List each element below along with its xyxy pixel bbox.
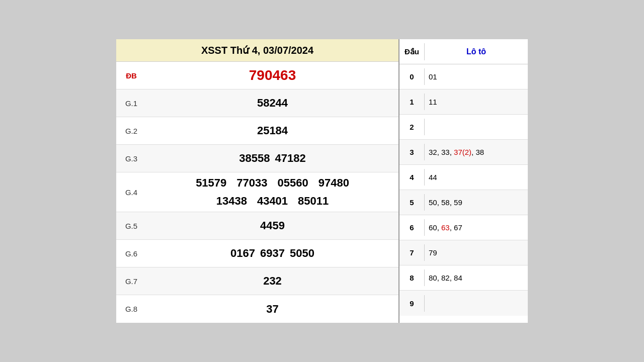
prize-label-g1: G.1 (116, 95, 146, 112)
loto-nums-1: 11 (425, 94, 528, 110)
prize-values-g6: 016769375050 (146, 243, 398, 264)
loto-dau-9: 9 (399, 295, 425, 312)
prize-value-g4-2: 05560 (278, 176, 308, 190)
prize-value-g7-0: 232 (263, 275, 282, 288)
prize-row-db: ĐB790463 (116, 62, 398, 89)
prize-values-g3: 3855847182 (146, 148, 398, 169)
prize-value-g6-1: 6937 (260, 247, 285, 260)
prize-value-g4-0: 51579 (196, 176, 226, 190)
loto-dau-1: 1 (399, 94, 425, 110)
prize-value-g4-3: 97480 (318, 176, 349, 190)
prize-value-g3-1: 47182 (275, 152, 306, 165)
loto-row-6: 660, 63, 67 (399, 215, 528, 240)
prize-value-g4-1: 77033 (236, 176, 267, 190)
prize-value-g4-6: 85011 (298, 195, 329, 208)
prize-row-g5: G.54459 (116, 212, 398, 240)
prize-value-g4-5: 43401 (257, 195, 288, 208)
loto-nums-2 (425, 123, 528, 131)
loto-row-9: 9 (399, 291, 528, 316)
loto-nums-4: 44 (425, 169, 528, 186)
prize-value-g6-2: 5050 (290, 247, 314, 260)
prize-value-g1-0: 58244 (257, 97, 288, 110)
loto-row-0: 001 (399, 64, 528, 89)
prize-values-g1: 58244 (146, 93, 398, 114)
loto-nums-6: 60, 63, 67 (425, 219, 528, 236)
prize-values-g5: 4459 (146, 215, 398, 236)
loto-table: Đầu Lô tô 0011112332, 33, 37(2), 3844455… (399, 39, 528, 323)
loto-dau-6: 6 (399, 219, 425, 236)
loto-num-red: 37(2) (454, 148, 471, 156)
prize-values-g4: 51579770330556097480134384340185011 (146, 172, 398, 212)
prize-value-g5-0: 4459 (260, 219, 285, 232)
prize-label-g8: G.8 (116, 301, 146, 317)
prize-row-g2: G.225184 (116, 117, 398, 145)
loto-nums-0: 01 (425, 68, 528, 85)
prize-row-g3: G.33855847182 (116, 145, 398, 172)
prize-row-g6: G.6016769375050 (116, 240, 398, 267)
prize-value-db-0: 790463 (249, 67, 296, 83)
loto-dau-7: 7 (399, 244, 425, 261)
prize-label-g2: G.2 (116, 123, 146, 139)
loto-header-loto: Lô tô (425, 43, 528, 60)
loto-dau-4: 4 (399, 169, 425, 186)
prize-row-g1: G.158244 (116, 89, 398, 117)
loto-dau-2: 2 (399, 119, 425, 135)
loto-header: Đầu Lô tô (399, 39, 528, 64)
loto-header-dau: Đầu (399, 43, 425, 60)
prize-value-g2-0: 25184 (257, 124, 288, 137)
prize-values-g8: 37 (146, 299, 398, 320)
prize-row-g4: G.451579770330556097480134384340185011 (116, 172, 398, 212)
loto-row-2: 2 (399, 115, 528, 140)
prize-label-db: ĐB (116, 67, 146, 84)
prize-label-g6: G.6 (116, 245, 146, 262)
main-container: XSST Thứ 4, 03/07/2024 ĐB790463G.158244G… (116, 39, 528, 323)
prize-label-g7: G.7 (116, 273, 146, 290)
loto-nums-7: 79 (425, 244, 528, 261)
prize-label-g5: G.5 (116, 218, 146, 234)
prize-values-g7: 232 (146, 270, 398, 292)
prize-value-g6-0: 0167 (230, 247, 255, 260)
prize-table: XSST Thứ 4, 03/07/2024 ĐB790463G.158244G… (116, 39, 399, 323)
loto-row-3: 332, 33, 37(2), 38 (399, 140, 528, 165)
loto-num-red: 63 (441, 223, 450, 232)
loto-dau-8: 8 (399, 269, 425, 286)
prize-value-g4-4: 13438 (216, 195, 247, 208)
loto-row-7: 779 (399, 240, 528, 265)
prize-values-db: 790463 (146, 63, 398, 87)
prize-values-g2: 25184 (146, 120, 398, 141)
loto-dau-5: 5 (399, 194, 425, 211)
loto-row-8: 880, 82, 84 (399, 265, 528, 291)
loto-nums-8: 80, 82, 84 (425, 269, 528, 286)
loto-dau-3: 3 (399, 144, 425, 160)
prize-label-g3: G.3 (116, 150, 146, 167)
loto-row-1: 111 (399, 89, 528, 115)
loto-row-4: 444 (399, 165, 528, 190)
loto-nums-5: 50, 58, 59 (425, 194, 528, 211)
prize-row-g8: G.837 (116, 295, 398, 323)
loto-row-5: 550, 58, 59 (399, 190, 528, 215)
loto-dau-0: 0 (399, 68, 425, 85)
loto-nums-3: 32, 33, 37(2), 38 (425, 144, 528, 160)
table-header: XSST Thứ 4, 03/07/2024 (116, 39, 398, 62)
prize-value-g3-0: 38558 (239, 152, 270, 165)
prize-row-g7: G.7232 (116, 267, 398, 295)
prize-label-g4: G.4 (116, 184, 146, 201)
prize-value-g8-0: 37 (266, 303, 278, 316)
loto-nums-9 (425, 299, 528, 307)
